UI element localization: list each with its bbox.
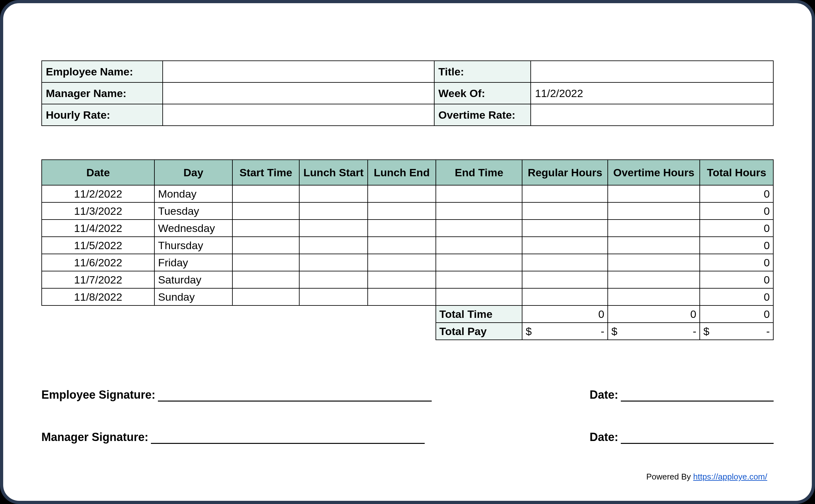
employee-name-value[interactable] xyxy=(163,61,434,82)
cell-regular[interactable] xyxy=(522,288,608,305)
cell-total: 0 xyxy=(700,185,773,202)
cell-overtime[interactable] xyxy=(608,185,700,202)
total-pay-row: Total Pay $ - $ - $ - xyxy=(42,323,773,340)
col-overtime: Overtime Hours xyxy=(608,160,700,185)
cell-lunch-end[interactable] xyxy=(368,237,436,254)
powered-by-label: Powered By xyxy=(646,472,693,481)
hourly-rate-label: Hourly Rate: xyxy=(42,104,163,126)
manager-date-line[interactable] xyxy=(621,430,774,444)
cell-lunch-end[interactable] xyxy=(368,271,436,288)
cell-overtime[interactable] xyxy=(608,254,700,271)
info-table: Employee Name: Title: Manager Name: Week… xyxy=(41,60,774,126)
cell-start[interactable] xyxy=(232,185,299,202)
info-row: Employee Name: Title: xyxy=(42,61,773,82)
cell-overtime[interactable] xyxy=(608,220,700,237)
total-pay-label: Total Pay xyxy=(436,323,522,340)
table-row: 11/5/2022Thursday0 xyxy=(42,237,773,254)
timesheet-table: Date Day Start Time Lunch Start Lunch En… xyxy=(41,159,774,340)
overtime-rate-value[interactable] xyxy=(531,104,773,126)
cell-end[interactable] xyxy=(436,271,522,288)
cell-end[interactable] xyxy=(436,220,522,237)
cell-end[interactable] xyxy=(436,288,522,305)
cell-lunch-start[interactable] xyxy=(299,271,367,288)
cell-start[interactable] xyxy=(232,271,299,288)
cell-regular[interactable] xyxy=(522,237,608,254)
employee-signature-label: Employee Signature: xyxy=(41,388,158,402)
col-regular: Regular Hours xyxy=(522,160,608,185)
col-day: Day xyxy=(154,160,232,185)
currency-symbol: $ xyxy=(703,325,709,338)
total-time-regular: 0 xyxy=(522,305,608,323)
cell-start[interactable] xyxy=(232,220,299,237)
cell-date: 11/5/2022 xyxy=(42,237,154,254)
cell-total: 0 xyxy=(700,220,773,237)
cell-lunch-start[interactable] xyxy=(299,254,367,271)
cell-regular[interactable] xyxy=(522,271,608,288)
cell-regular[interactable] xyxy=(522,254,608,271)
table-row: 11/7/2022Saturday0 xyxy=(42,271,773,288)
cell-lunch-start[interactable] xyxy=(299,220,367,237)
cell-lunch-start[interactable] xyxy=(299,237,367,254)
manager-name-value[interactable] xyxy=(163,82,434,104)
cell-day: Tuesday xyxy=(154,202,232,220)
pay-value: - xyxy=(766,325,770,338)
cell-overtime[interactable] xyxy=(608,237,700,254)
employee-date-label: Date: xyxy=(590,388,621,402)
manager-signature-row: Manager Signature: Date: xyxy=(41,430,774,444)
cell-day: Wednesday xyxy=(154,220,232,237)
footer: Powered By https://apploye.com/ xyxy=(646,472,767,482)
cell-start[interactable] xyxy=(232,202,299,220)
cell-end[interactable] xyxy=(436,202,522,220)
title-value[interactable] xyxy=(531,61,773,82)
cell-lunch-end[interactable] xyxy=(368,202,436,220)
cell-end[interactable] xyxy=(436,254,522,271)
total-time-overtime: 0 xyxy=(608,305,700,323)
hourly-rate-value[interactable] xyxy=(163,104,434,126)
total-pay-total: $ - xyxy=(700,323,773,340)
cell-overtime[interactable] xyxy=(608,288,700,305)
cell-total: 0 xyxy=(700,271,773,288)
total-pay-overtime: $ - xyxy=(608,323,700,340)
table-row: 11/2/2022Monday0 xyxy=(42,185,773,202)
cell-date: 11/2/2022 xyxy=(42,185,154,202)
col-end-time: End Time xyxy=(436,160,522,185)
pay-value: - xyxy=(601,325,604,338)
cell-day: Friday xyxy=(154,254,232,271)
cell-lunch-start[interactable] xyxy=(299,288,367,305)
table-row: 11/4/2022Wednesday0 xyxy=(42,220,773,237)
cell-lunch-end[interactable] xyxy=(368,185,436,202)
apploye-link[interactable]: https://apploye.com/ xyxy=(693,472,767,481)
info-row: Manager Name: Week Of: 11/2/2022 xyxy=(42,82,773,104)
cell-date: 11/4/2022 xyxy=(42,220,154,237)
cell-end[interactable] xyxy=(436,237,522,254)
employee-signature-line[interactable] xyxy=(158,388,432,402)
cell-start[interactable] xyxy=(232,254,299,271)
cell-lunch-end[interactable] xyxy=(368,254,436,271)
cell-total: 0 xyxy=(700,237,773,254)
cell-start[interactable] xyxy=(232,237,299,254)
cell-regular[interactable] xyxy=(522,185,608,202)
manager-signature-label: Manager Signature: xyxy=(41,431,151,444)
cell-end[interactable] xyxy=(436,185,522,202)
cell-day: Monday xyxy=(154,185,232,202)
cell-lunch-start[interactable] xyxy=(299,202,367,220)
cell-regular[interactable] xyxy=(522,202,608,220)
cell-lunch-end[interactable] xyxy=(368,288,436,305)
table-row: 11/8/2022Sunday0 xyxy=(42,288,773,305)
week-of-value[interactable]: 11/2/2022 xyxy=(531,82,773,104)
total-time-label: Total Time xyxy=(436,305,522,323)
title-label: Title: xyxy=(434,61,531,82)
timesheet-document: Employee Name: Title: Manager Name: Week… xyxy=(0,0,815,504)
employee-date-line[interactable] xyxy=(621,388,774,402)
cell-start[interactable] xyxy=(232,288,299,305)
cell-overtime[interactable] xyxy=(608,202,700,220)
cell-date: 11/6/2022 xyxy=(42,254,154,271)
cell-lunch-end[interactable] xyxy=(368,220,436,237)
cell-regular[interactable] xyxy=(522,220,608,237)
cell-overtime[interactable] xyxy=(608,271,700,288)
pay-value: - xyxy=(693,325,696,338)
cell-date: 11/7/2022 xyxy=(42,271,154,288)
cell-lunch-start[interactable] xyxy=(299,185,367,202)
manager-signature-line[interactable] xyxy=(151,430,425,444)
total-pay-regular: $ - xyxy=(522,323,608,340)
